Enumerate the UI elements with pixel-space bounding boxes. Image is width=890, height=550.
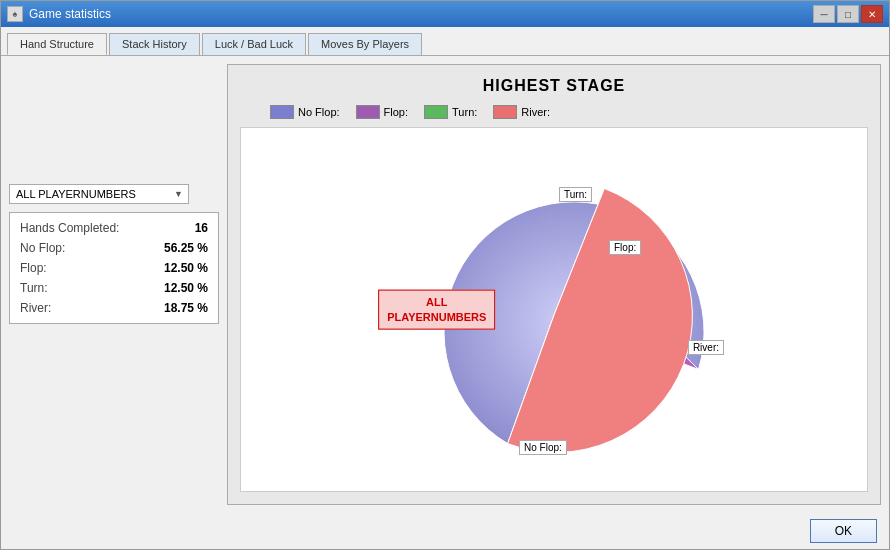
pie-label-no-flop: No Flop: — [519, 440, 567, 455]
minimize-button[interactable]: ─ — [813, 5, 835, 23]
legend-item-river: River: — [493, 105, 550, 119]
pie-label-river: River: — [688, 340, 724, 355]
app-icon: ♠ — [7, 6, 23, 22]
stat-river: River: 18.75 % — [20, 301, 208, 315]
legend-color-no-flop — [270, 105, 294, 119]
turn-label: Turn: — [20, 281, 48, 295]
chart-title: HIGHEST STAGE — [240, 77, 868, 95]
tab-bar: Hand Structure Stack History Luck / Bad … — [1, 27, 889, 55]
right-panel: HIGHEST STAGE No Flop: Flop: Turn: River… — [227, 64, 881, 505]
legend-color-turn — [424, 105, 448, 119]
title-bar: ♠ Game statistics ─ □ ✕ — [1, 1, 889, 27]
flop-value: 12.50 % — [164, 261, 208, 275]
stats-box: Hands Completed: 16 No Flop: 56.25 % Flo… — [9, 212, 219, 324]
legend-item-flop: Flop: — [356, 105, 408, 119]
flop-label: Flop: — [20, 261, 47, 275]
legend-color-river — [493, 105, 517, 119]
bottom-bar: OK — [1, 513, 889, 549]
tab-stack-history[interactable]: Stack History — [109, 33, 200, 55]
stat-turn: Turn: 12.50 % — [20, 281, 208, 295]
close-button[interactable]: ✕ — [861, 5, 883, 23]
legend-item-no-flop: No Flop: — [270, 105, 340, 119]
legend-label-river: River: — [521, 106, 550, 118]
no-flop-label: No Flop: — [20, 241, 65, 255]
river-value: 18.75 % — [164, 301, 208, 315]
stat-hands-completed: Hands Completed: 16 — [20, 221, 208, 235]
tab-moves-by-players[interactable]: Moves By Players — [308, 33, 422, 55]
legend-label-no-flop: No Flop: — [298, 106, 340, 118]
legend-color-flop — [356, 105, 380, 119]
playernumbers-dropdown[interactable]: ALL PLAYERNUMBERS 234 567 89 — [9, 184, 189, 204]
no-flop-value: 56.25 % — [164, 241, 208, 255]
stat-no-flop: No Flop: 56.25 % — [20, 241, 208, 255]
hands-completed-label: Hands Completed: — [20, 221, 119, 235]
tab-luck-bad-luck[interactable]: Luck / Bad Luck — [202, 33, 306, 55]
pie-chart-container: Turn: Flop: River: No Flop: ALLPLAYERNUM… — [374, 145, 734, 475]
legend-item-turn: Turn: — [424, 105, 477, 119]
river-label: River: — [20, 301, 51, 315]
content-area: ALL PLAYERNUMBERS 234 567 89 ▼ Hands Com… — [1, 55, 889, 513]
chart-area: Turn: Flop: River: No Flop: ALLPLAYERNUM… — [240, 127, 868, 492]
main-window: ♠ Game statistics ─ □ ✕ Hand Structure S… — [0, 0, 890, 550]
stat-flop: Flop: 12.50 % — [20, 261, 208, 275]
maximize-button[interactable]: □ — [837, 5, 859, 23]
legend-label-turn: Turn: — [452, 106, 477, 118]
pie-center-label: ALLPLAYERNUMBERS — [378, 289, 495, 330]
tab-hand-structure[interactable]: Hand Structure — [7, 33, 107, 55]
window-title: Game statistics — [29, 7, 111, 21]
ok-button[interactable]: OK — [810, 519, 877, 543]
pie-label-flop: Flop: — [609, 240, 641, 255]
hands-completed-value: 16 — [195, 221, 208, 235]
turn-value: 12.50 % — [164, 281, 208, 295]
chart-legend: No Flop: Flop: Turn: River: — [240, 105, 868, 119]
pie-label-turn: Turn: — [559, 187, 592, 202]
left-panel: ALL PLAYERNUMBERS 234 567 89 ▼ Hands Com… — [9, 64, 219, 505]
legend-label-flop: Flop: — [384, 106, 408, 118]
playernumbers-dropdown-wrapper[interactable]: ALL PLAYERNUMBERS 234 567 89 ▼ — [9, 184, 189, 204]
